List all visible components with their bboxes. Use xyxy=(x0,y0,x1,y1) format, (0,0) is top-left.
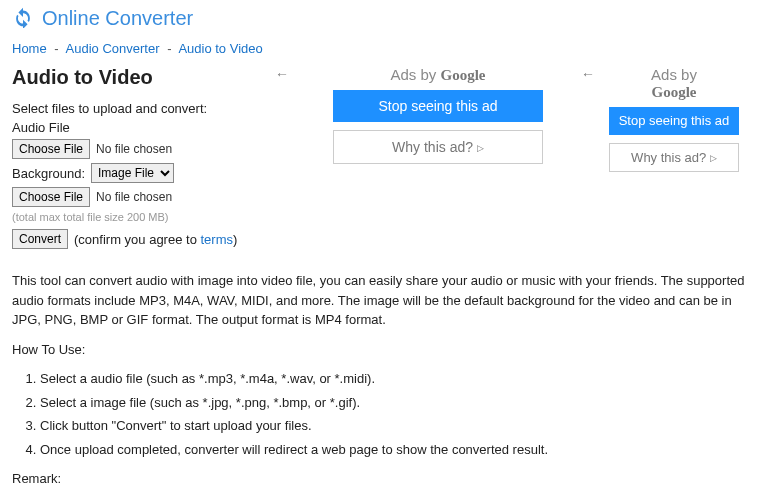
breadcrumb-sep: - xyxy=(167,41,171,56)
audio-file-label: Audio File xyxy=(12,120,273,135)
site-header: Online Converter xyxy=(0,0,760,37)
list-item: Select a audio file (such as *.mp3, *.m4… xyxy=(40,369,748,389)
terms-link[interactable]: terms xyxy=(200,232,233,247)
howto-title: How To Use: xyxy=(12,340,748,360)
choose-audio-file-button[interactable]: Choose File xyxy=(12,139,90,159)
breadcrumb-home[interactable]: Home xyxy=(12,41,47,56)
breadcrumb-current[interactable]: Audio to Video xyxy=(178,41,262,56)
play-icon: ▷ xyxy=(477,143,484,153)
howto-steps: Select a audio file (such as *.mp3, *.m4… xyxy=(12,369,748,459)
stop-seeing-ad-button[interactable]: Stop seeing this ad xyxy=(333,90,543,122)
refresh-icon xyxy=(12,6,34,31)
form-panel: Audio to Video Select files to upload an… xyxy=(0,60,285,249)
ads-by-label: Ads by Google xyxy=(599,66,749,101)
list-item: Select a image file (such as *.jpg, *.pn… xyxy=(40,393,748,413)
breadcrumb-sep: - xyxy=(54,41,58,56)
list-item: Once upload completed, converter will re… xyxy=(40,440,748,460)
confirm-text: (confirm you agree to terms) xyxy=(74,232,237,247)
background-label: Background: xyxy=(12,166,85,181)
convert-button[interactable]: Convert xyxy=(12,229,68,249)
choose-image-file-button[interactable]: Choose File xyxy=(12,187,90,207)
image-file-status: No file chosen xyxy=(96,190,172,204)
select-prompt: Select files to upload and convert: xyxy=(12,101,273,116)
ad-panel-middle: ← Ads by Google Stop seeing this ad Why … xyxy=(293,60,583,178)
breadcrumb-audio-converter[interactable]: Audio Converter xyxy=(66,41,160,56)
play-icon: ▷ xyxy=(710,153,717,163)
breadcrumb: Home - Audio Converter - Audio to Video xyxy=(0,37,760,60)
why-this-ad-button[interactable]: Why this ad? ▷ xyxy=(333,130,543,164)
audio-file-status: No file chosen xyxy=(96,142,172,156)
intro-text: This tool can convert audio with image i… xyxy=(12,271,748,330)
site-title[interactable]: Online Converter xyxy=(42,7,193,30)
size-hint: (total max total file size 200 MB) xyxy=(12,211,273,223)
ad-close-icon[interactable]: ← xyxy=(581,66,595,82)
list-item: Click button "Convert" to start upload y… xyxy=(40,416,748,436)
why-this-ad-button[interactable]: Why this ad? ▷ xyxy=(609,143,739,173)
ad-close-icon[interactable]: ← xyxy=(275,66,289,82)
description-section: This tool can convert audio with image i… xyxy=(0,249,760,500)
stop-seeing-ad-button[interactable]: Stop seeing this ad xyxy=(609,107,739,135)
background-select[interactable]: Image File xyxy=(91,163,174,183)
remark-title: Remark: xyxy=(12,469,748,489)
ad-panel-right: ← Ads by Google Stop seeing this ad Why … xyxy=(599,60,749,186)
ads-by-label: Ads by Google xyxy=(293,66,583,84)
page-title: Audio to Video xyxy=(12,66,273,89)
